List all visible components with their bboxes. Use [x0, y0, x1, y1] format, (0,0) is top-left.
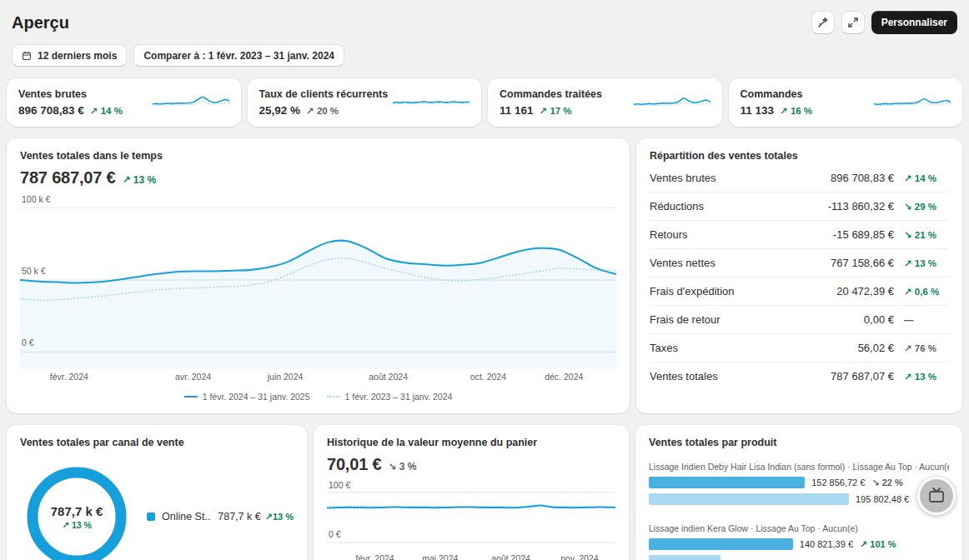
- sales-breakdown-title: Répartition des ventes totales: [650, 150, 949, 162]
- filter-bar: 12 derniers mois Comparer à : 1 févr. 20…: [12, 44, 957, 67]
- topbar: Aperçu Personnaliser: [7, 0, 962, 34]
- table-row: Retours -15 689,85 € ↘ 21 %: [650, 220, 949, 248]
- kpi-title: Commandes traitées: [500, 88, 602, 100]
- sales-over-time-value: 787 687,07 €: [20, 168, 115, 188]
- kpi-delta: ↗ 20 %: [306, 105, 339, 117]
- row-delta: ↘ 21 %: [904, 229, 949, 241]
- donut-total-delta: ↗ 13 %: [62, 520, 92, 530]
- kpi-title: Taux de clients récurrents: [259, 88, 389, 100]
- row-delta: ↘ 29 %: [904, 201, 949, 212]
- x-axis-label: févr. 2024: [356, 553, 394, 560]
- x-axis-label: juin 2024: [268, 372, 304, 382]
- product-group: Lissage Indien Deby Hair Lisa Indian (sa…: [649, 462, 949, 505]
- compare-button[interactable]: Comparer à : 1 févr. 2023 – 31 janv. 202…: [133, 44, 344, 67]
- bar-row-current: 152 856,72 € ↘ 22 %: [649, 477, 949, 488]
- x-axis-label: août 2024: [369, 372, 408, 382]
- personalize-button[interactable]: Personnaliser: [871, 11, 957, 34]
- x-axis-label: mai 2024: [422, 553, 458, 560]
- legend-previous-period: 1 févr. 2023 – 31 janv. 2024: [327, 392, 453, 402]
- kpi-card-returning-customer-rate[interactable]: Taux de clients récurrents 25,92 % ↗ 20 …: [248, 78, 482, 127]
- donut-chart: 787,7 k € ↗ 13 %: [25, 465, 128, 560]
- magic-edit-button[interactable]: [811, 11, 835, 34]
- sales-by-product-card: Ventes totales par produit Lissage Indie…: [635, 425, 962, 560]
- kpi-info: Commandes 11 133 ↗ 16 %: [741, 88, 813, 117]
- average-order-value-card: Historique de la valeur moyenne du panie…: [314, 425, 629, 560]
- expand-button[interactable]: [841, 11, 865, 34]
- analytics-overview-page: Aperçu Personnaliser: [0, 0, 969, 560]
- sales-by-channel-card: Ventes totales par canal de vente 787,7 …: [7, 425, 307, 560]
- screen-overlay-badge[interactable]: [917, 477, 956, 515]
- row-label: Réductions: [650, 200, 828, 212]
- row-delta: —: [904, 315, 949, 325]
- channel-swatch: [147, 512, 155, 521]
- sales-over-time-delta: ↗ 13 %: [122, 174, 156, 186]
- row-delta: ↗ 0,6 %: [904, 286, 949, 298]
- kpi-sparkline: [153, 90, 229, 115]
- bar-value: 140 821,39 €: [800, 539, 853, 549]
- previous-period-bar: [649, 493, 849, 505]
- kpi-title: Ventes brutes: [18, 88, 123, 100]
- channel-legend: Online St... 787,7 k € ↗13 %: [147, 511, 294, 522]
- y-axis-label: 100 €: [329, 481, 350, 490]
- kpi-row: Ventes brutes 896 708,83 € ↗ 14 % Taux d…: [7, 78, 962, 127]
- sales-by-product-title: Ventes totales par produit: [649, 437, 949, 448]
- row-label: Ventes nettes: [650, 257, 831, 269]
- y-axis-label: 0 €: [22, 338, 34, 348]
- x-axis-label: nov. 2024: [560, 553, 598, 560]
- row-label: Ventes totales: [650, 370, 831, 382]
- x-axis-label: oct. 2024: [470, 372, 506, 382]
- expand-icon: [847, 17, 859, 28]
- row-value: -113 860,32 €: [828, 200, 894, 212]
- kpi-sparkline: [874, 90, 951, 115]
- kpi-value: 896 708,83 €: [18, 104, 84, 117]
- current-period-bar: [649, 477, 805, 488]
- magic-edit-icon: [817, 17, 829, 28]
- sales-over-time-card: Ventes totales dans le temps 787 687,07 …: [7, 138, 630, 413]
- current-period-line: [634, 98, 710, 104]
- sales-breakdown-table: Ventes brutes 896 708,83 € ↗ 14 % Réduct…: [650, 164, 949, 390]
- table-row: Frais d'expédition 20 472,39 € ↗ 0,6 %: [650, 277, 949, 305]
- x-axis: févr. 2024 mai 2024 août 2024 nov. 2024: [327, 553, 615, 560]
- bar-delta: ↘ 22 %: [871, 478, 902, 488]
- row-value: 56,02 €: [858, 342, 894, 354]
- channel-value: 787,7 k €: [218, 511, 260, 522]
- row-value: 0,00 €: [864, 313, 894, 326]
- kpi-sparkline: [634, 90, 710, 115]
- product-group: Lissage indien Kera Glow · Lissage Au To…: [649, 523, 949, 560]
- donut-center: 787,7 k € ↗ 13 %: [25, 465, 128, 560]
- y-axis-label: 50 k €: [22, 267, 46, 276]
- channel-name: Online St...: [162, 511, 211, 522]
- kpi-card-gross-sales[interactable]: Ventes brutes 896 708,83 € ↗ 14 %: [7, 78, 241, 127]
- kpi-delta: ↗ 17 %: [540, 105, 572, 117]
- area-fill: [20, 241, 616, 369]
- row-label: Taxes: [650, 342, 858, 354]
- kpi-info: Ventes brutes 896 708,83 € ↗ 14 %: [18, 88, 123, 117]
- row-delta: ↗ 76 %: [904, 342, 949, 354]
- row-delta: ↗ 14 %: [904, 172, 949, 184]
- channel-delta: ↗13 %: [265, 512, 294, 522]
- y-axis-label: 100 k €: [22, 195, 50, 204]
- bar-value: 152 856,72 €: [811, 478, 865, 488]
- row-label: Retours: [650, 228, 833, 241]
- previous-period-bar: [649, 555, 720, 560]
- kpi-delta: ↗ 16 %: [780, 105, 812, 117]
- row-value: 767 158,66 €: [831, 257, 894, 269]
- legend-current-period: 1 févr. 2024 – 31 janv. 2025: [184, 392, 310, 402]
- kpi-card-orders[interactable]: Commandes 11 133 ↗ 16 %: [729, 78, 963, 127]
- line-chart: [20, 192, 616, 369]
- table-row: Taxes 56,02 € ↗ 76 %: [650, 333, 949, 362]
- x-axis-label: avr. 2024: [175, 372, 211, 382]
- product-label: Lissage Indien Deby Hair Lisa Indian (sa…: [649, 462, 949, 472]
- date-range-label: 12 derniers mois: [38, 50, 117, 62]
- row-label: Frais de retour: [650, 313, 864, 326]
- date-range-button[interactable]: 12 derniers mois: [12, 44, 127, 67]
- table-row: Réductions -113 860,32 € ↘ 29 %: [650, 192, 949, 220]
- row-label: Ventes brutes: [650, 172, 831, 184]
- kpi-card-orders-fulfilled[interactable]: Commandes traitées 11 161 ↗ 17 %: [488, 78, 722, 127]
- table-row: Ventes nettes 767 158,66 € ↗ 13 %: [650, 248, 949, 277]
- current-period-line: [393, 102, 469, 102]
- donut-total-value: 787,7 k €: [51, 504, 103, 518]
- bar-row-previous: 195 802,48 €: [649, 493, 949, 505]
- row-value: -15 689,85 €: [833, 228, 894, 241]
- x-axis: févr. 2024 avr. 2024 juin 2024 août 2024…: [20, 372, 616, 384]
